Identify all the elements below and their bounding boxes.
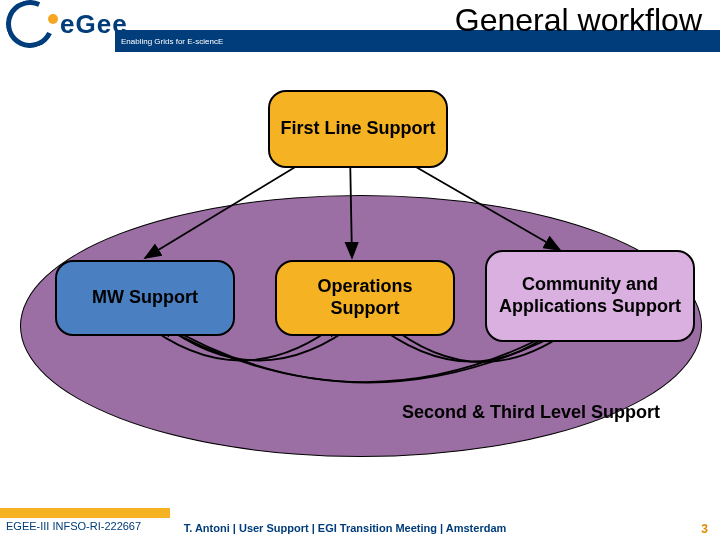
box-first-line-support: First Line Support [268,90,448,168]
footer-center: T. Antoni | User Support | EGI Transitio… [0,522,690,534]
slide-title: General workflow [455,2,702,39]
logo-mark [6,0,60,48]
footer-accent-bar [0,508,170,518]
label-second-third-level: Second & Third Level Support [402,402,660,424]
box-community-applications-support: Community and Applications Support [485,250,695,342]
page-number: 3 [701,522,708,536]
slide: eGee Enabling Grids for E-sciencE Genera… [0,0,720,540]
tagline: Enabling Grids for E-sciencE [121,37,223,46]
box-operations-support: Operations Support [275,260,455,336]
header: eGee Enabling Grids for E-sciencE Genera… [0,0,720,55]
diagram-canvas: First Line Support MW Support Operations… [0,60,720,480]
box-mw-support: MW Support [55,260,235,336]
footer: EGEE-III INFSO-RI-222667 T. Antoni | Use… [0,508,720,540]
logo: eGee [6,0,128,48]
